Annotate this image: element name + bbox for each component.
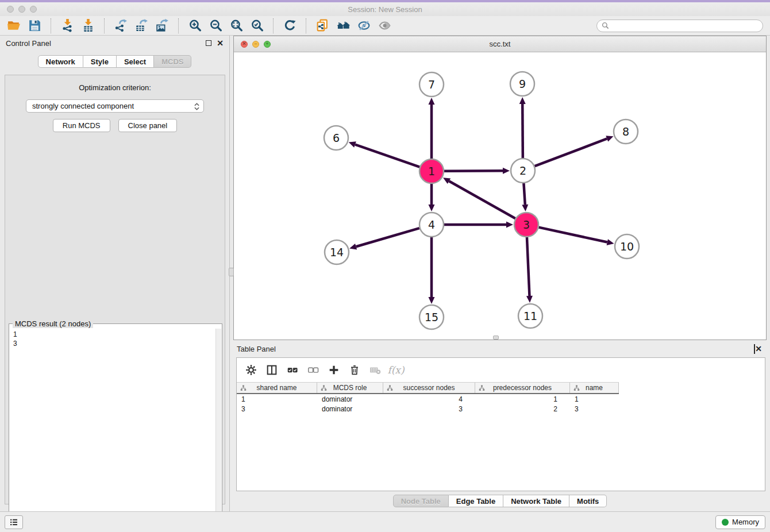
zoom-fit-button[interactable] xyxy=(226,17,247,34)
graph-edge-2-9[interactable] xyxy=(519,97,526,158)
select-all-columns-button[interactable] xyxy=(284,361,301,379)
control-panel-title: Control Panel xyxy=(6,39,51,48)
zoom-in-button[interactable] xyxy=(184,17,205,34)
eye-icon xyxy=(378,18,392,33)
graph-node-6[interactable]: 6 xyxy=(324,126,348,150)
graph-edge-4-15[interactable] xyxy=(429,237,435,304)
cell-predecessor-nodes[interactable]: 1 xyxy=(475,394,570,404)
graph-node-3[interactable]: 3 xyxy=(514,213,538,237)
horizontal-splitter-grip[interactable] xyxy=(493,336,499,340)
graph-edge-4-3[interactable] xyxy=(444,222,513,228)
cell-shared-name[interactable]: 3 xyxy=(237,404,317,414)
close-panel-icon[interactable]: ✕ xyxy=(217,39,224,47)
show-hide-button[interactable] xyxy=(374,17,395,34)
cell-successor-nodes[interactable]: 3 xyxy=(383,404,475,414)
tab-network-table[interactable]: Network Table xyxy=(503,495,569,507)
graph-edge-1-7[interactable] xyxy=(429,98,435,159)
network-canvas[interactable]: 7968124314101511 xyxy=(234,52,766,340)
cell-successor-nodes[interactable]: 4 xyxy=(383,394,475,404)
close-table-panel-icon[interactable]: ✕ xyxy=(755,344,762,353)
task-history-button[interactable] xyxy=(5,515,23,529)
columns-icon xyxy=(265,364,278,376)
cell-shared-name[interactable]: 1 xyxy=(237,394,317,404)
home-button[interactable] xyxy=(333,17,353,34)
zoom-selected-button[interactable] xyxy=(247,17,267,34)
graph-edge-1-4[interactable] xyxy=(429,184,435,211)
import-network-button[interactable] xyxy=(57,17,78,34)
column-header-successor-nodes[interactable]: successor nodes xyxy=(383,383,475,393)
cell-MCDS-role[interactable]: dominator xyxy=(317,394,383,404)
style-visibility-button[interactable] xyxy=(353,17,374,34)
column-header-MCDS-role[interactable]: MCDS role xyxy=(317,383,383,393)
graph-node-7[interactable]: 7 xyxy=(419,72,444,97)
open-session-button[interactable] xyxy=(3,17,24,34)
vertical-splitter-grip[interactable] xyxy=(229,268,234,276)
svg-text:3: 3 xyxy=(523,218,530,231)
export-table-button[interactable] xyxy=(131,17,152,34)
memory-button[interactable]: Memory xyxy=(715,515,765,529)
duplicate-network-button[interactable] xyxy=(312,17,333,34)
toolbar-separator xyxy=(51,18,51,33)
create-column-button[interactable] xyxy=(325,361,342,379)
tab-select[interactable]: Select xyxy=(117,55,154,68)
cell-name[interactable]: 3 xyxy=(570,404,619,414)
column-header-shared-name[interactable]: shared name xyxy=(237,383,317,393)
svg-text:15: 15 xyxy=(425,311,438,323)
deselect-all-columns-button[interactable] xyxy=(305,361,322,379)
tab-node-table[interactable]: Node Table xyxy=(393,495,449,507)
cell-MCDS-role[interactable]: dominator xyxy=(317,404,383,414)
refresh-button[interactable] xyxy=(279,17,300,34)
graph-node-10[interactable]: 10 xyxy=(615,234,639,259)
result-scrollbar[interactable] xyxy=(215,329,221,532)
graph-edge-1-6[interactable] xyxy=(349,141,420,167)
export-image-button[interactable] xyxy=(152,17,172,34)
network-window-titlebar[interactable]: ✕ − + scc.txt xyxy=(234,36,766,52)
tab-motifs[interactable]: Motifs xyxy=(569,495,607,507)
graph-edge-3-11[interactable] xyxy=(526,237,533,303)
zoom-out-button[interactable] xyxy=(205,17,226,34)
table-panel-tabs: Node TableEdge TableNetwork TableMotifs xyxy=(230,495,770,507)
tab-mcds[interactable]: MCDS xyxy=(154,55,191,68)
graph-node-9[interactable]: 9 xyxy=(510,72,534,96)
import-table-button[interactable] xyxy=(78,17,98,34)
graph-node-15[interactable]: 15 xyxy=(419,305,444,329)
tab-edge-table[interactable]: Edge Table xyxy=(449,495,503,507)
show-columns-button[interactable] xyxy=(263,361,280,379)
run-mcds-button[interactable]: Run MCDS xyxy=(53,119,110,132)
graph-node-1[interactable]: 1 xyxy=(419,159,444,183)
graph-edge-2-8[interactable] xyxy=(535,136,614,166)
tab-style[interactable]: Style xyxy=(83,55,117,68)
mcds-result-title: MCDS result (2 nodes) xyxy=(13,319,93,328)
graph-edge-3-10[interactable] xyxy=(538,228,614,245)
open-folder-icon xyxy=(7,18,21,33)
graph-node-2[interactable]: 2 xyxy=(511,159,535,183)
toolbar-separator xyxy=(306,18,306,33)
cell-predecessor-nodes[interactable]: 2 xyxy=(475,404,570,414)
criterion-select[interactable]: strongly connected component xyxy=(26,99,204,113)
window-title: Session: New Session xyxy=(0,5,770,14)
svg-text:4: 4 xyxy=(428,218,435,231)
column-header-name[interactable]: name xyxy=(570,383,619,393)
close-panel-button[interactable]: Close panel xyxy=(118,119,178,132)
cell-name[interactable]: 1 xyxy=(570,394,619,404)
graph-node-11[interactable]: 11 xyxy=(518,304,542,328)
graph-node-8[interactable]: 8 xyxy=(614,119,638,144)
table-row[interactable]: 1dominator411 xyxy=(237,394,619,404)
tab-network[interactable]: Network xyxy=(38,55,83,68)
graph-edge-2-3[interactable] xyxy=(522,183,528,211)
table-body: 1dominator4113dominator323 xyxy=(237,394,765,414)
graph-edge-1-2[interactable] xyxy=(444,168,510,174)
column-header-predecessor-nodes[interactable]: predecessor nodes xyxy=(475,383,570,393)
save-session-button[interactable] xyxy=(24,17,45,34)
table-row[interactable]: 3dominator323 xyxy=(237,404,619,414)
graph-edge-3-1[interactable] xyxy=(443,178,515,218)
delete-column-button[interactable] xyxy=(346,361,363,379)
search-input[interactable] xyxy=(612,21,758,30)
table-header-row: shared nameMCDS rolesuccessor nodesprede… xyxy=(237,382,619,394)
graph-node-4[interactable]: 4 xyxy=(419,213,444,237)
table-settings-button[interactable] xyxy=(242,361,260,379)
export-network-button[interactable] xyxy=(110,17,131,34)
graph-node-14[interactable]: 14 xyxy=(325,240,349,264)
graph-edge-4-14[interactable] xyxy=(349,228,419,249)
float-panel-icon[interactable] xyxy=(206,40,211,46)
